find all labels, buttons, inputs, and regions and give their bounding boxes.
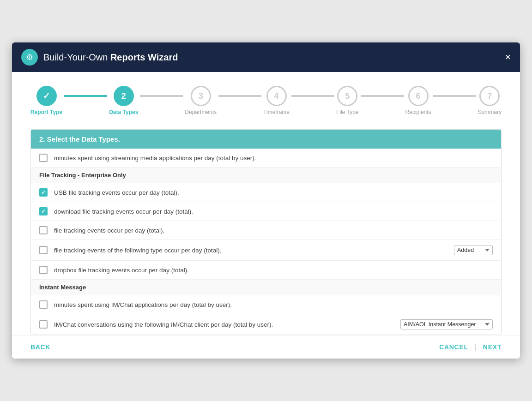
step-3: 3 Departments (185, 86, 217, 115)
modal-body: ✓ Report Type 2 Data Types 3 Departments (12, 72, 520, 335)
file-type-select[interactable]: Added Removed Modified (454, 245, 493, 255)
list-item: file tracking events of the following ty… (31, 240, 501, 261)
data-types-section: 2. Select the Data Types. minutes spent … (30, 129, 502, 335)
step-3-label: Departments (185, 109, 217, 115)
step-2-circle: 2 (114, 86, 134, 106)
step-7-symbol: 7 (487, 91, 492, 101)
step-4: 4 Timeframe (263, 86, 290, 115)
step-3-symbol: 3 (199, 91, 203, 101)
step-2: 2 Data Types (109, 86, 138, 115)
row-text-download: download file tracking events occur per … (54, 208, 493, 215)
group-label-file-tracking: File Tracking - Enterprise Only (31, 168, 501, 183)
group-label-instant-message: Instant Message (31, 280, 501, 295)
data-types-scroll[interactable]: minutes spent using streaming media appl… (31, 149, 501, 335)
row-text-usb: USB file tracking events occur per day (… (54, 189, 493, 196)
row-text-file-events: file tracking events occur per day (tota… (54, 227, 493, 234)
connector-1-2 (64, 95, 107, 97)
step-6-circle: 6 (408, 86, 429, 106)
checkbox-file-events[interactable] (39, 226, 48, 234)
connector-4-5 (291, 95, 334, 97)
footer-right: CANCEL | NEXT (439, 343, 502, 351)
checkbox-usb[interactable] (39, 188, 48, 197)
checkbox-dropbox[interactable] (39, 266, 48, 274)
step-7-circle: 7 (479, 86, 500, 106)
list-item: dropbox file tracking events occur per d… (31, 261, 501, 280)
modal-title: Build-Your-Own Reports Wizard (43, 52, 178, 63)
checkbox-download[interactable] (39, 207, 48, 215)
connector-2-3 (140, 95, 183, 97)
modal-footer: BACK CANCEL | NEXT (12, 335, 520, 359)
step-3-circle: 3 (191, 86, 211, 106)
row-text-dropbox: dropbox file tracking events occur per d… (54, 267, 493, 274)
step-4-label: Timeframe (263, 109, 290, 115)
row-text-file-type: file tracking events of the following ty… (54, 247, 450, 254)
step-6-symbol: 6 (416, 91, 421, 101)
back-button[interactable]: BACK (30, 343, 50, 351)
connector-6-7 (433, 95, 476, 97)
checkbox-im-chat[interactable] (39, 320, 48, 329)
header-left: ⚙ Build-Your-Own Reports Wizard (21, 49, 178, 66)
step-7: 7 Summary (478, 86, 502, 115)
step-5-label: File Type (336, 109, 358, 115)
step-2-symbol: 2 (121, 91, 126, 101)
step-5: 5 File Type (336, 86, 358, 115)
checkbox-file-type[interactable] (39, 246, 48, 254)
step-7-label: Summary (478, 109, 502, 115)
row-text-im-minutes: minutes spent using IM/Chat applications… (54, 301, 493, 308)
step-1-symbol: ✓ (43, 91, 50, 101)
list-item: IM/Chat conversations using the followin… (31, 314, 501, 335)
step-5-symbol: 5 (345, 91, 350, 101)
checkbox-im-minutes[interactable] (39, 300, 48, 309)
step-6-label: Recipients (405, 109, 431, 115)
step-1-label: Report Type (30, 109, 62, 115)
next-button[interactable]: NEXT (483, 343, 502, 351)
step-1: ✓ Report Type (30, 86, 62, 115)
modal-header: ⚙ Build-Your-Own Reports Wizard × (12, 42, 520, 72)
connector-5-6 (361, 95, 404, 97)
list-item: file tracking events occur per day (tota… (31, 221, 501, 240)
wizard-modal: ⚙ Build-Your-Own Reports Wizard × ✓ Repo… (12, 42, 520, 359)
close-button[interactable]: × (505, 52, 511, 62)
list-item: download file tracking events occur per … (31, 202, 501, 221)
row-text-im-chat: IM/Chat conversations using the followin… (54, 321, 397, 328)
step-4-circle: 4 (266, 86, 287, 106)
stepper: ✓ Report Type 2 Data Types 3 Departments (30, 86, 502, 115)
step-2-label: Data Types (109, 109, 138, 115)
step-1-circle: ✓ (36, 86, 57, 106)
cancel-button[interactable]: CANCEL (439, 343, 468, 351)
footer-divider: | (475, 343, 477, 351)
list-item: minutes spent using streaming media appl… (31, 149, 501, 168)
wizard-icon: ⚙ (21, 49, 38, 66)
list-item: USB file tracking events occur per day (… (31, 183, 501, 202)
step-5-circle: 5 (337, 86, 357, 106)
row-text-streaming: minutes spent using streaming media appl… (54, 155, 493, 162)
step-4-symbol: 4 (274, 91, 279, 101)
checkbox-streaming[interactable] (39, 154, 48, 162)
connector-3-4 (218, 95, 261, 97)
step-6: 6 Recipients (405, 86, 431, 115)
list-item: minutes spent using IM/Chat applications… (31, 295, 501, 314)
im-client-select[interactable]: AIM/AOL Instant Messenger Skype Google C… (400, 319, 493, 329)
section-title: 2. Select the Data Types. (31, 130, 501, 149)
